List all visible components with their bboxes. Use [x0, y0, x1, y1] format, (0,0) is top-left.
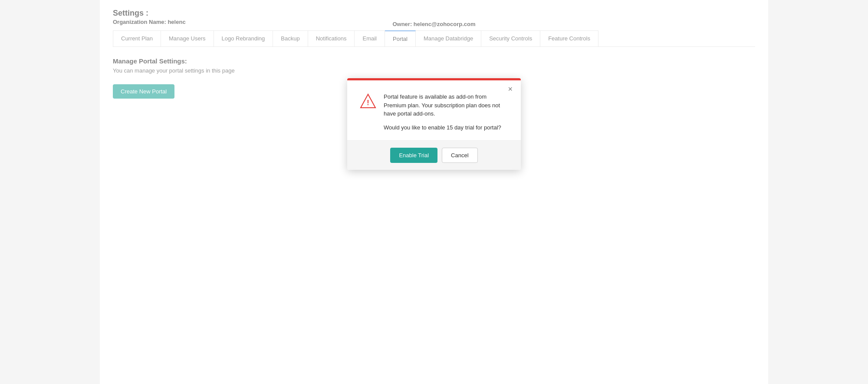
modal-footer: Enable Trial Cancel [347, 141, 521, 170]
cancel-button[interactable]: Cancel [442, 148, 477, 163]
modal-box: × ! Portal feature is available as add-o… [347, 78, 521, 170]
modal-message-secondary: Would you like to enable 15 day trial fo… [384, 123, 509, 132]
modal-body: ! Portal feature is available as add-on … [347, 80, 521, 141]
enable-trial-button[interactable]: Enable Trial [390, 148, 437, 163]
warning-icon: ! [359, 93, 377, 110]
warning-triangle-icon: ! [359, 93, 377, 109]
modal-text-content: Portal feature is available as add-on fr… [384, 93, 509, 132]
modal-overlay: × ! Portal feature is available as add-o… [100, 0, 768, 384]
modal-message-primary: Portal feature is available as add-on fr… [384, 93, 509, 118]
page-wrapper: Settings : Organization Name: helenc Own… [100, 0, 768, 384]
modal-close-button[interactable]: × [506, 84, 515, 94]
svg-text:!: ! [367, 99, 369, 106]
